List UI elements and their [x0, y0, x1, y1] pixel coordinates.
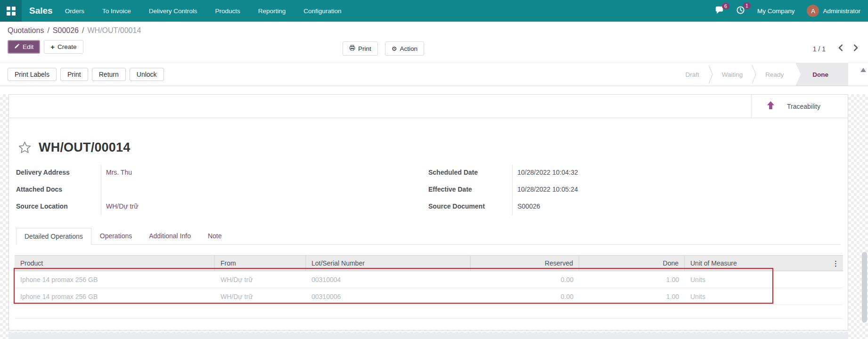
form-sheet: Traceability WH/OUT/00014 Delivery Addre…: [8, 94, 848, 331]
field-label-delivery-address: Delivery Address: [16, 164, 101, 181]
field-value-effective-date[interactable]: 10/28/2022 10:05:24: [512, 181, 841, 198]
table-row[interactable]: Iphone 14 promax 256 GB WH/Dự trữ 003100…: [15, 288, 843, 305]
control-panel-buttons: Edit + Create: [8, 40, 860, 54]
printer-icon: [349, 45, 355, 52]
cell-reserved: 0.00: [471, 271, 579, 288]
messages-badge: 6: [722, 3, 729, 10]
create-button[interactable]: + Create: [44, 40, 83, 54]
scrollbar-up-arrow[interactable]: [860, 68, 866, 72]
detailed-operations-table: Product From Lot/Serial Number Reserved …: [15, 255, 843, 319]
cell-lot-serial: 00310004: [306, 271, 471, 288]
menu-reporting[interactable]: Reporting: [258, 8, 286, 15]
unlock-button[interactable]: Unlock: [130, 68, 164, 81]
field-value-delivery-address[interactable]: Mrs. Thu: [101, 164, 428, 181]
column-header-lot-serial[interactable]: Lot/Serial Number: [306, 256, 471, 271]
pager-next-icon[interactable]: [853, 44, 859, 53]
field-label-source-location: Source Location: [16, 198, 101, 215]
edit-button[interactable]: Edit: [8, 40, 40, 54]
column-header-reserved[interactable]: Reserved: [471, 256, 579, 271]
chevron-separator-icon: [708, 63, 713, 86]
menu-products[interactable]: Products: [215, 8, 240, 15]
arrow-up-icon: [767, 101, 775, 112]
company-switcher[interactable]: My Company: [757, 8, 795, 15]
print-button[interactable]: Print: [343, 41, 378, 56]
field-value-source-document[interactable]: S00026: [512, 198, 841, 215]
title-row: WH/OUT/00014: [15, 137, 842, 158]
menu-delivery-controls[interactable]: Delivery Controls: [149, 8, 197, 15]
column-header-product[interactable]: Product: [15, 256, 215, 271]
avatar: A: [807, 5, 819, 17]
cell-reserved: 0.00: [471, 288, 579, 305]
table-row[interactable]: Iphone 14 promax 256 GB WH/Dự trữ 003100…: [15, 271, 843, 288]
pencil-icon: [14, 43, 20, 50]
field-label-source-document: Source Document: [428, 198, 512, 215]
status-step-draft[interactable]: Draft: [676, 71, 708, 78]
cell-done: 1.00: [579, 288, 685, 305]
main-menu: Orders To Invoice Delivery Controls Prod…: [65, 8, 342, 15]
menu-to-invoice[interactable]: To Invoice: [102, 8, 131, 15]
tab-detailed-operations[interactable]: Detailed Operations: [16, 228, 91, 245]
user-menu[interactable]: A Administrator: [807, 5, 860, 17]
content-area: Traceability WH/OUT/00014 Delivery Addre…: [0, 94, 868, 339]
column-header-uom[interactable]: Unit of Measure ⋮: [685, 256, 843, 271]
optional-columns-icon[interactable]: ⋮: [832, 260, 839, 267]
cell-uom: Units: [685, 271, 843, 288]
status-pipeline: Draft Waiting Ready Done: [676, 63, 868, 86]
cell-product: Iphone 14 promax 256 GB: [15, 288, 215, 305]
gear-icon: ⚙: [392, 46, 397, 52]
menu-configuration[interactable]: Configuration: [303, 8, 341, 15]
action-button[interactable]: ⚙ Action: [385, 41, 424, 56]
cell-from: WH/Dự trữ: [215, 271, 306, 288]
breadcrumb-separator: /: [82, 26, 84, 35]
field-group-right: Scheduled Date 10/28/2022 10:04:32 Effec…: [428, 164, 841, 215]
bottom-section-bar: [8, 332, 848, 339]
scrollbar-thumb[interactable]: [862, 252, 867, 323]
table-header: Product From Lot/Serial Number Reserved …: [15, 255, 843, 271]
field-value-attached-docs[interactable]: [101, 181, 428, 198]
print-report-button[interactable]: Print: [60, 68, 88, 81]
breadcrumb-s00026[interactable]: S00026: [53, 26, 79, 35]
field-label-effective-date: Effective Date: [428, 181, 512, 198]
field-value-source-location[interactable]: WH/Dự trữ: [101, 198, 428, 215]
cell-product: Iphone 14 promax 256 GB: [15, 271, 215, 288]
pager-prev-icon[interactable]: [838, 44, 843, 53]
chevron-separator-icon: [752, 63, 756, 86]
control-panel: Quotations / S00026 / WH/OUT/00014 Edit …: [0, 22, 868, 63]
column-header-done[interactable]: Done: [579, 256, 685, 271]
return-button[interactable]: Return: [92, 68, 126, 81]
breadcrumb: Quotations / S00026 / WH/OUT/00014: [8, 26, 860, 35]
breadcrumb-quotations[interactable]: Quotations: [8, 26, 44, 35]
activities-button[interactable]: 1: [736, 6, 745, 16]
activities-badge: 1: [743, 2, 751, 9]
cell-done: 1.00: [579, 271, 685, 288]
tab-note[interactable]: Note: [199, 227, 230, 244]
field-value-scheduled-date[interactable]: 10/28/2022 10:04:32: [512, 164, 841, 181]
status-step-ready[interactable]: Ready: [756, 71, 793, 78]
button-box: Traceability: [9, 95, 848, 118]
field-label-attached-docs: Attached Docs: [16, 181, 101, 198]
action-buttons: Print ⚙ Action: [343, 41, 424, 56]
plus-icon: +: [50, 43, 55, 50]
table-trailing-row: [15, 305, 843, 319]
apps-grid-icon: [7, 7, 16, 16]
favorite-star-icon[interactable]: [18, 141, 31, 153]
menu-orders[interactable]: Orders: [65, 8, 84, 15]
status-step-waiting[interactable]: Waiting: [713, 71, 752, 78]
username: Administrator: [823, 8, 860, 15]
notebook-tabs: Detailed Operations Operations Additiona…: [16, 227, 841, 245]
print-labels-button[interactable]: Print Labels: [8, 68, 57, 81]
tab-additional-info[interactable]: Additional Info: [140, 227, 199, 244]
status-step-done[interactable]: Done: [795, 63, 848, 86]
cell-from: WH/Dự trữ: [215, 288, 306, 305]
breadcrumb-separator: /: [47, 26, 49, 35]
top-navbar: Sales Orders To Invoice Delivery Control…: [0, 0, 868, 22]
messages-button[interactable]: 6: [715, 6, 724, 16]
traceability-button[interactable]: Traceability: [751, 95, 848, 118]
tab-operations[interactable]: Operations: [91, 227, 140, 244]
column-header-from[interactable]: From: [215, 256, 306, 271]
apps-menu-button[interactable]: [0, 0, 22, 22]
cell-lot-serial: 00310006: [306, 288, 471, 305]
pager: 1 / 1: [813, 44, 859, 53]
app-name[interactable]: Sales: [29, 6, 53, 16]
navbar-right: 6 1 My Company A Administrator: [715, 5, 868, 17]
